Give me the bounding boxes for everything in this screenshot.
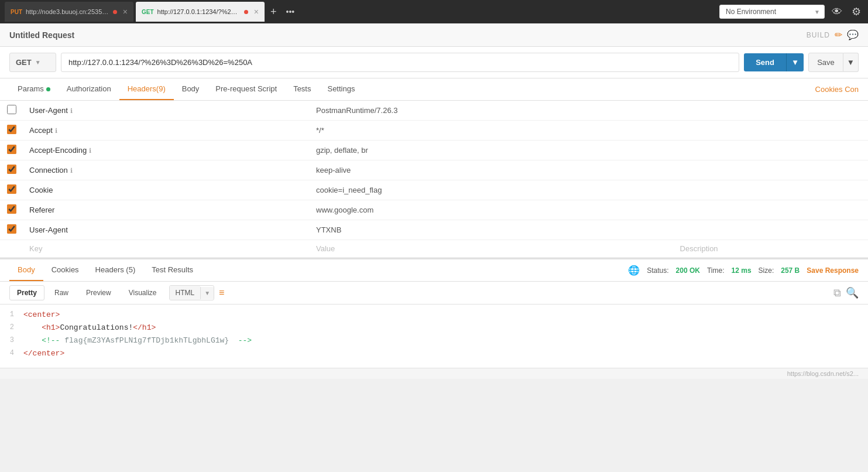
header-checkbox-0[interactable]	[7, 105, 16, 114]
time-label: Time:	[707, 266, 725, 275]
table-row: Accept-Encodingℹgzip, deflate, br	[0, 141, 868, 160]
response-status-row: 🌐 Status: 200 OK Time: 12 ms Size: 257 B…	[628, 265, 859, 276]
header-key-cell: Acceptℹ	[23, 121, 310, 141]
format-select-group: HTML ▼	[169, 285, 215, 300]
code-line-3: 3 <!-- flag{mZ3YAsfPLN1g7fTDjb1khTLgbhLG…	[0, 336, 868, 349]
request-header: Untitled Request BUILD ✏ 💬	[0, 23, 868, 47]
get-method-badge: GET	[142, 9, 154, 15]
format-tab-preview[interactable]: Preview	[78, 285, 119, 300]
headers-section: User-AgentℹPostmanRuntime/7.26.3Acceptℹ*…	[0, 101, 868, 258]
request-tabs: Params Authorization Headers(9) Body Pre…	[0, 78, 868, 101]
line-number-2: 2	[0, 323, 23, 331]
info-icon: ℹ	[70, 167, 73, 174]
format-tabs-row: Pretty Raw Preview Visualize HTML ▼ ≡ ⧉ …	[0, 282, 868, 305]
code-content-1: <center>	[23, 310, 868, 319]
format-tab-raw[interactable]: Raw	[47, 285, 76, 300]
header-checkbox-2[interactable]	[7, 145, 16, 154]
cookies-link[interactable]: Cookies Con	[815, 85, 859, 94]
edit-icon[interactable]: ✏	[835, 29, 842, 40]
header-value-cell: YTXNB	[310, 220, 674, 240]
put-method-badge: PUT	[11, 9, 22, 15]
table-row: Refererwww.google.com	[0, 200, 868, 220]
globe-icon: 🌐	[628, 265, 640, 276]
tab-authorization[interactable]: Authorization	[59, 78, 119, 100]
tab-get[interactable]: GET http://127.0.0.1:1234/?%26%3D... ×	[136, 2, 265, 22]
status-label: Status:	[647, 266, 668, 275]
method-select[interactable]: GET ▼	[9, 53, 56, 72]
line-number-3: 3	[0, 336, 23, 344]
more-tabs-button[interactable]: •••	[283, 7, 299, 16]
header-desc-cell	[674, 200, 868, 220]
environment-select[interactable]: No Environment	[719, 5, 825, 19]
header-desc-cell	[674, 160, 868, 180]
table-row: Connectionℹkeep-alive	[0, 160, 868, 180]
time-value: 12 ms	[732, 266, 752, 275]
header-value-cell: cookie=i_need_flag	[310, 180, 674, 200]
comment-icon[interactable]: 💬	[847, 29, 859, 40]
tab-tests[interactable]: Tests	[285, 78, 319, 100]
header-checkbox-1[interactable]	[7, 125, 16, 134]
tab-pre-request-script[interactable]: Pre-request Script	[207, 78, 285, 100]
tab-bar-right: No Environment ▼ 👁 ⚙	[719, 3, 863, 20]
add-tab-button[interactable]: +	[267, 6, 280, 18]
put-tab-close[interactable]: ×	[123, 7, 128, 16]
save-button[interactable]: Save	[808, 53, 843, 72]
send-button[interactable]: Send	[744, 53, 786, 71]
header-checkbox-6[interactable]	[7, 224, 16, 234]
header-key-cell: User-Agentℹ	[23, 101, 310, 121]
tab-body[interactable]: Body	[174, 78, 208, 100]
method-select-arrow-icon: ▼	[35, 59, 41, 66]
response-right-icons: ⧉ 🔍	[833, 286, 859, 299]
header-checkbox-4[interactable]	[7, 184, 16, 194]
header-actions: BUILD ✏ 💬	[807, 29, 859, 40]
tab-settings[interactable]: Settings	[319, 78, 363, 100]
header-key-cell: Connectionℹ	[23, 160, 310, 180]
eye-icon[interactable]: 👁	[829, 4, 845, 20]
header-key-cell: Cookie	[23, 180, 310, 200]
tab-headers[interactable]: Headers(9)	[119, 78, 174, 100]
code-content-4: </center>	[23, 349, 868, 358]
save-response-button[interactable]: Save Response	[807, 266, 859, 275]
put-tab-url: http://node3.buuoj.cn:25355/h...	[26, 8, 109, 15]
url-bar: GET ▼ Send ▼ Save ▼	[0, 47, 868, 78]
settings-icon[interactable]: ⚙	[849, 3, 863, 20]
get-tab-dot	[244, 10, 248, 14]
header-desc-cell	[674, 101, 868, 121]
copy-icon[interactable]: ⧉	[833, 287, 841, 299]
tab-put[interactable]: PUT http://node3.buuoj.cn:25355/h... ×	[5, 2, 133, 22]
tab-params[interactable]: Params	[9, 78, 59, 100]
send-dropdown-button[interactable]: ▼	[786, 53, 804, 71]
format-tab-visualize[interactable]: Visualize	[121, 285, 164, 300]
environment-selector-wrapper: No Environment ▼	[719, 5, 825, 19]
table-row: User-AgentℹPostmanRuntime/7.26.3	[0, 101, 868, 121]
status-bar-url: https://blog.csdn.net/s2...	[787, 370, 859, 377]
search-icon[interactable]: 🔍	[846, 286, 859, 299]
size-label: Size:	[759, 266, 774, 275]
get-tab-close[interactable]: ×	[254, 7, 259, 16]
format-tab-pretty[interactable]: Pretty	[9, 285, 44, 300]
wrap-lines-icon[interactable]: ≡	[219, 288, 224, 298]
header-value-cell: www.google.com	[310, 200, 674, 220]
resp-tab-cookies[interactable]: Cookies	[43, 259, 87, 281]
headers-table: User-AgentℹPostmanRuntime/7.26.3Acceptℹ*…	[0, 101, 868, 258]
format-select-arrow-icon[interactable]: ▼	[200, 287, 214, 299]
header-key-cell: Referer	[23, 200, 310, 220]
resp-tab-body[interactable]: Body	[9, 259, 43, 281]
url-input[interactable]	[61, 53, 739, 72]
resp-tab-headers[interactable]: Headers (5)	[87, 259, 144, 281]
params-dot-indicator	[46, 87, 50, 91]
code-content-2: <h1>Congratulations!</h1>	[23, 323, 868, 332]
build-label: BUILD	[807, 31, 830, 39]
info-icon: ℹ	[89, 147, 91, 154]
description-placeholder: Description	[680, 244, 718, 253]
header-value-cell: */*	[310, 121, 674, 141]
save-dropdown-button[interactable]: ▼	[843, 53, 859, 72]
header-desc-cell	[674, 180, 868, 200]
line-number-1: 1	[0, 310, 23, 319]
code-line-2: 2 <h1>Congratulations!</h1>	[0, 323, 868, 336]
header-value-cell: PostmanRuntime/7.26.3	[310, 101, 674, 121]
resp-tab-test-results[interactable]: Test Results	[143, 259, 201, 281]
header-checkbox-5[interactable]	[7, 204, 16, 214]
header-checkbox-3[interactable]	[7, 165, 16, 174]
code-content-3: <!-- flag{mZ3YAsfPLN1g7fTDjb1khTLgbhLG1w…	[23, 336, 868, 345]
